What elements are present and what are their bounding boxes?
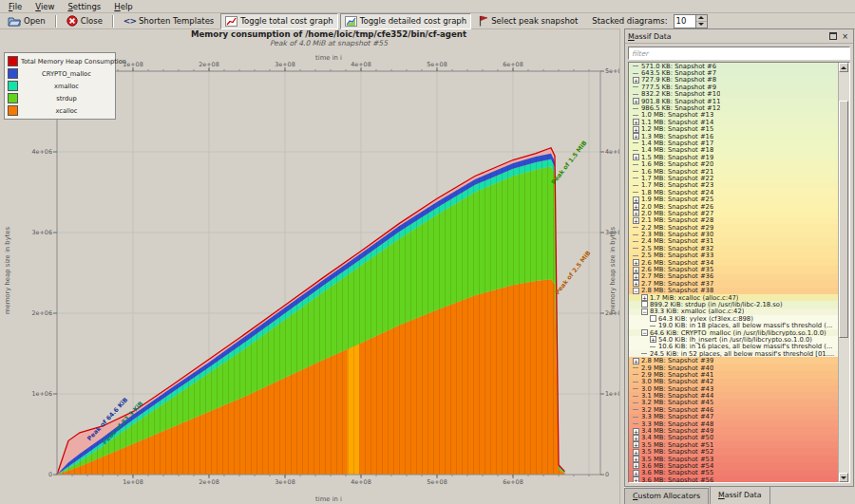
- snapshot-row[interactable]: 986.5 KB: Snapshot #12: [629, 104, 839, 111]
- snapshot-row[interactable]: 3.1 MB: Snapshot #44: [629, 392, 839, 399]
- snapshot-row[interactable]: 1.4 MB: Snapshot #18: [629, 147, 839, 154]
- scrollbar-thumb[interactable]: [839, 101, 848, 338]
- allocation-row[interactable]: −83.3 KiB: xmalloc (alloc.c:42): [629, 308, 839, 315]
- expander-icon[interactable]: +: [633, 456, 639, 462]
- snapshot-row[interactable]: 2.9 MB: Snapshot #41: [629, 371, 839, 378]
- expander-icon[interactable]: +: [633, 154, 639, 160]
- snapshot-row[interactable]: 1.6 MB: Snapshot #20: [629, 160, 839, 167]
- snapshot-row[interactable]: +2.7 MB: Snapshot #37: [629, 280, 839, 287]
- snapshot-row[interactable]: +3.4 MB: Snapshot #49: [629, 427, 839, 434]
- snapshot-row[interactable]: 1.4 MB: Snapshot #17: [629, 140, 839, 146]
- snapshot-row[interactable]: +3.4 MB: Snapshot #50: [629, 435, 839, 441]
- snapshot-row[interactable]: +3.5 MB: Snapshot #52: [629, 448, 839, 455]
- expander-icon[interactable]: +: [633, 441, 639, 448]
- allocation-row[interactable]: 19.0 KiB: in 18 places, all below massif…: [629, 322, 839, 328]
- snapshot-row[interactable]: +2.0 MB: Snapshot #27: [629, 210, 839, 216]
- expander-icon[interactable]: [641, 301, 648, 308]
- snapshot-row[interactable]: 3.0 MB: Snapshot #43: [629, 385, 839, 392]
- scroll-down-button[interactable]: [839, 473, 848, 482]
- snapshot-row[interactable]: +1.3 MB: Snapshot #16: [629, 133, 839, 140]
- snapshot-row[interactable]: +901.8 KB: Snapshot #11: [629, 98, 839, 104]
- expander-icon[interactable]: +: [641, 294, 648, 301]
- snapshot-row[interactable]: +1.9 MB: Snapshot #25: [629, 196, 839, 202]
- expander-icon[interactable]: +: [633, 210, 639, 216]
- snapshot-row[interactable]: 643.5 KB: Snapshot #7: [629, 69, 839, 76]
- expander-icon[interactable]: +: [633, 119, 639, 125]
- expander-icon[interactable]: +: [633, 203, 639, 210]
- snapshot-row[interactable]: 1.7 MB: Snapshot #22: [629, 175, 839, 181]
- spin-up-button[interactable]: [696, 15, 707, 22]
- expander-icon[interactable]: +: [633, 358, 639, 364]
- expander-icon[interactable]: +: [633, 126, 639, 133]
- spin-down-button[interactable]: [696, 22, 707, 28]
- snapshot-row[interactable]: 2.3 MB: Snapshot #30: [629, 231, 839, 237]
- snapshot-row[interactable]: −2.8 MB: Snapshot #38: [629, 288, 839, 294]
- expander-icon[interactable]: +: [633, 476, 639, 483]
- close-panel-button[interactable]: ×: [840, 31, 850, 42]
- snapshot-row[interactable]: 1.6 MB: Snapshot #21: [629, 168, 839, 175]
- expander-icon[interactable]: +: [650, 336, 656, 343]
- snapshot-row[interactable]: 3.0 MB: Snapshot #42: [629, 379, 839, 385]
- float-panel-button[interactable]: [827, 31, 838, 42]
- expander-icon[interactable]: +: [633, 470, 639, 476]
- expander-icon[interactable]: +: [633, 259, 639, 266]
- allocation-row[interactable]: +54.0 KiB: lh_insert (in /usr/lib/libcry…: [629, 336, 839, 343]
- tab-custom-allocators[interactable]: Custom Allocators: [624, 488, 709, 504]
- snapshot-row[interactable]: +3.5 MB: Snapshot #53: [629, 456, 839, 462]
- expander-icon[interactable]: +: [633, 435, 639, 441]
- snapshot-row[interactable]: 2.2 MB: Snapshot #29: [629, 224, 839, 231]
- snapshot-row[interactable]: +1.5 MB: Snapshot #19: [629, 154, 839, 160]
- allocation-row[interactable]: 10.6 KiB: in 16 places, all below massif…: [629, 344, 839, 350]
- snapshot-row[interactable]: +727.9 KB: Snapshot #8: [629, 77, 839, 84]
- snapshot-row[interactable]: 1.8 MB: Snapshot #24: [629, 189, 839, 196]
- tab-massif-data[interactable]: Massif Data: [710, 486, 770, 504]
- snapshot-row[interactable]: +3.6 MB: Snapshot #56: [629, 476, 839, 483]
- snapshot-row[interactable]: +2.8 MB: Snapshot #39: [629, 357, 839, 364]
- expander-icon[interactable]: +: [633, 98, 639, 104]
- snapshot-row[interactable]: 2.5 MB: Snapshot #33: [629, 252, 839, 259]
- snapshot-row[interactable]: +3.6 MB: Snapshot #54: [629, 462, 839, 469]
- expander-icon[interactable]: +: [633, 77, 639, 84]
- expander-icon[interactable]: +: [633, 273, 639, 280]
- snapshot-row[interactable]: +2.0 MB: Snapshot #26: [629, 203, 839, 210]
- snapshot-row[interactable]: 1.7 MB: Snapshot #23: [629, 182, 839, 189]
- allocation-row[interactable]: +1.7 MiB: xcalloc (alloc.c:47): [629, 294, 839, 301]
- expander-icon[interactable]: −: [633, 288, 639, 294]
- expander-icon[interactable]: +: [633, 449, 639, 456]
- snapshot-row[interactable]: +2.6 MB: Snapshot #35: [629, 266, 839, 272]
- expander-icon[interactable]: +: [633, 133, 639, 140]
- expander-icon[interactable]: −: [641, 329, 648, 336]
- snapshot-row[interactable]: +2.1 MB: Snapshot #28: [629, 217, 839, 224]
- allocation-row[interactable]: 24.5 KiB: in 52 places, all below massif…: [629, 350, 839, 357]
- expander-icon[interactable]: [650, 315, 656, 322]
- expander-icon[interactable]: +: [633, 462, 639, 469]
- scroll-up-button[interactable]: [839, 63, 848, 72]
- expander-icon[interactable]: +: [633, 428, 639, 435]
- snapshot-row[interactable]: 832.2 KB: Snapshot #10: [629, 91, 839, 98]
- filter-input[interactable]: [628, 47, 850, 60]
- expander-icon[interactable]: +: [633, 280, 639, 287]
- allocation-row[interactable]: −64.6 KiB: CRYPTO_malloc (in /usr/lib/li…: [629, 329, 839, 336]
- expander-icon[interactable]: +: [633, 267, 639, 273]
- snapshot-row[interactable]: 3.2 MB: Snapshot #46: [629, 406, 839, 413]
- snapshot-row[interactable]: +2.7 MB: Snapshot #36: [629, 273, 839, 280]
- snapshot-row[interactable]: 2.5 MB: Snapshot #32: [629, 245, 839, 252]
- allocation-row[interactable]: 899.2 KiB: strdup (in /usr/lib/libc-2.18…: [629, 301, 839, 308]
- snapshot-row[interactable]: +1.1 MB: Snapshot #14: [629, 119, 839, 125]
- snapshot-row[interactable]: +3.6 MB: Snapshot #55: [629, 470, 839, 476]
- expander-icon[interactable]: +: [633, 196, 639, 203]
- allocation-row[interactable]: 64.3 KiB: yylex (cf3lex.c:898): [629, 315, 839, 322]
- snapshot-row[interactable]: 571.0 KB: Snapshot #6: [629, 63, 839, 69]
- snapshot-row[interactable]: 3.2 MB: Snapshot #45: [629, 400, 839, 406]
- expander-icon[interactable]: −: [641, 308, 648, 315]
- scrollbar[interactable]: [838, 63, 849, 482]
- snapshot-row[interactable]: +3.5 MB: Snapshot #51: [629, 441, 839, 448]
- stacked-diagrams-spinbox[interactable]: 10: [674, 14, 708, 28]
- expander-icon[interactable]: +: [633, 217, 639, 224]
- snapshot-row[interactable]: +1.2 MB: Snapshot #15: [629, 126, 839, 133]
- snapshot-row[interactable]: 1.0 MB: Snapshot #13: [629, 112, 839, 119]
- snapshot-row[interactable]: 2.9 MB: Snapshot #40: [629, 364, 839, 371]
- snapshot-row[interactable]: 3.3 MB: Snapshot #48: [629, 420, 839, 427]
- snapshot-row[interactable]: 3.3 MB: Snapshot #47: [629, 414, 839, 420]
- snapshot-row[interactable]: +2.6 MB: Snapshot #34: [629, 259, 839, 266]
